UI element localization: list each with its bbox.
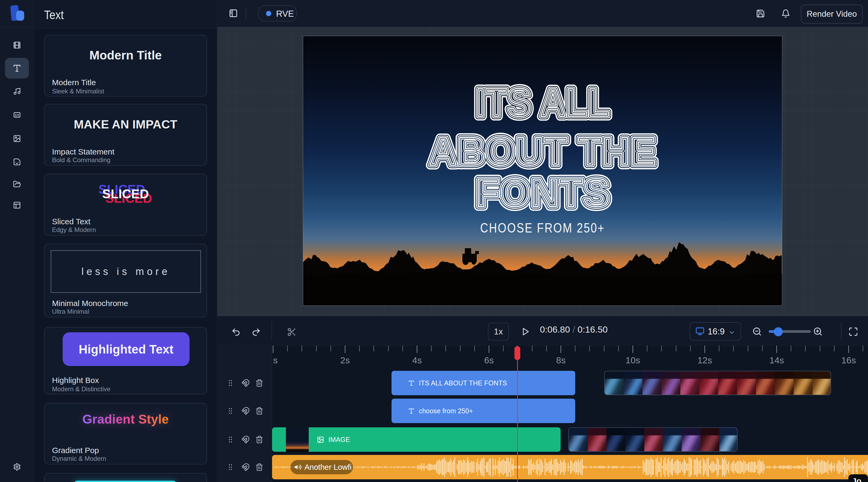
svg-text:FONTS: FONTS — [476, 170, 610, 215]
svg-text:ITS ALL: ITS ALL — [476, 80, 610, 125]
svg-text:ABOUT THE: ABOUT THE — [429, 129, 656, 173]
svg-text:CHOOSE FROM 250+: CHOOSE FROM 250+ — [480, 221, 605, 235]
